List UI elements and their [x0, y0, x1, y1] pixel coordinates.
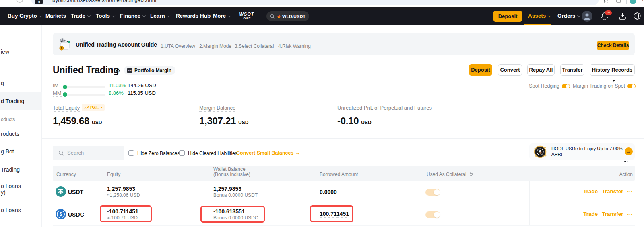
transfer-link[interactable]: Transfer [602, 188, 623, 194]
usde-promo-banner[interactable]: $ HODL USDe to Enjoy Up to 7.00%APR! → [529, 143, 635, 160]
sidebar-item-crypto-loans-new-line2[interactable]: y) [1, 189, 6, 196]
person-icon [582, 11, 592, 22]
globe-language-icon[interactable] [633, 12, 641, 20]
row-usdt-wallet: 1,257.9853 [213, 186, 242, 192]
guide-step-4[interactable]: 4.Risk Warning [278, 43, 311, 49]
more-actions-icon[interactable]: ··· [627, 211, 633, 217]
convert-small-balances-link[interactable]: Convert Small Balances → [236, 150, 300, 156]
sidebar-item-funding[interactable]: g [1, 80, 4, 86]
row-usdc-currency: USDC [68, 211, 84, 218]
guide-step-3[interactable]: 3.Select Collateral [235, 43, 274, 49]
user-avatar[interactable] [582, 11, 592, 22]
row-usdt-equity: 1,257.9853 [107, 186, 135, 192]
sidebar-item-crypto-loans[interactable]: o Loans [1, 207, 21, 213]
trade-link[interactable]: Trade [583, 211, 598, 217]
sidebar-item-unified-trading[interactable]: d Trading [1, 98, 24, 104]
mm-amount: 115.85 USD [128, 90, 156, 96]
nav-orders[interactable]: Orders [557, 7, 580, 25]
col-used-as-collateral[interactable]: Used As Collateral [427, 172, 474, 177]
promo-arrow-button[interactable]: → [625, 147, 633, 155]
hide-zero-balances-label[interactable]: Hide Zero Balances [137, 151, 180, 156]
chevron-down-icon [39, 14, 42, 17]
check-details-button[interactable]: Check Details [597, 41, 629, 50]
total-equity-label[interactable]: Total Equity [53, 105, 80, 112]
nav-finance[interactable]: Finance [120, 7, 145, 25]
chevron-down-icon [112, 14, 115, 17]
nav-buy-crypto[interactable]: Buy Crypto [8, 7, 42, 25]
transfer-link[interactable]: Transfer [602, 211, 623, 217]
im-label: IM [53, 82, 58, 89]
uta-guide-banner: 8 $ Unified Trading Account Guide 1.UTA … [53, 33, 635, 55]
row-usdt-collateral-toggle[interactable] [425, 189, 440, 196]
spot-hedging-toggle[interactable] [562, 84, 570, 88]
nav-learn[interactable]: Learn [150, 7, 170, 25]
browser-divider [626, 0, 627, 4]
margin-trading-on-spot-label: Margin Trading on Spot [573, 83, 625, 90]
download-app-icon[interactable] [619, 12, 626, 20]
bookmark-star-icon[interactable] [603, 0, 609, 3]
im-progress-dot [63, 85, 67, 89]
nav-deposit-button[interactable]: Deposit [493, 11, 522, 22]
nav-trade[interactable]: Trade [71, 7, 90, 25]
collateral-filter-icon[interactable] [469, 172, 474, 176]
col-currency: Currency [56, 172, 76, 177]
row-usdc-collateral-toggle[interactable] [425, 211, 440, 218]
nav-tools[interactable]: Tools [96, 7, 115, 25]
convert-button[interactable]: Convert [498, 64, 522, 76]
sidebar-item-copy-trading[interactable]: Trading [1, 166, 20, 173]
nav-assets[interactable]: Assets [528, 7, 551, 25]
hide-zero-balances-checkbox[interactable] [128, 150, 134, 156]
url-text[interactable]: bybit.com/user/assets/home/tradingaccoun… [52, 0, 157, 3]
row-divider [53, 225, 635, 226]
col-borrowed-amount[interactable]: Borrowed Amount [320, 172, 358, 177]
col-action: Action [619, 172, 633, 177]
chevron-down-icon [577, 14, 580, 17]
usdt-coin-icon [56, 186, 66, 197]
unrealized-pnl-label: Unrealized PnL of Perpetual and Futures [337, 105, 432, 111]
pnl-arrow-icon [101, 106, 102, 109]
usdc-coin-icon: $ [56, 209, 66, 219]
nav-markets[interactable]: Markets [45, 7, 66, 25]
margin-trading-on-spot-toggle[interactable] [627, 84, 636, 88]
wsot-2025-logo[interactable]: WSOT2025 [237, 12, 256, 20]
browser-profile-avatar[interactable] [630, 0, 636, 4]
browser-menu-icon[interactable]: ⋮ [641, 0, 644, 3]
sidebar-item-trading-bot[interactable]: g Bot [1, 148, 14, 155]
repay-all-button[interactable]: Repay All [527, 64, 555, 76]
pnl-badge[interactable]: P&L [82, 104, 105, 111]
flame-icon [277, 14, 281, 19]
browser-toolbar: -8 bybit.com/user/assets/home/tradingacc… [0, 0, 644, 7]
guide-step-2[interactable]: 2.Margin Mode [199, 43, 231, 49]
browser-extension-icon[interactable] [616, 0, 621, 3]
margin-balance-label[interactable]: Margin Balance [199, 105, 235, 112]
hide-cleared-liabilities-label[interactable]: Hide Cleared Liabilities [188, 151, 237, 156]
visibility-eye-icon[interactable] [114, 68, 120, 73]
sidebar-item-crypto-loans-new[interactable]: o Loans [1, 183, 21, 189]
search-pair-text: WLD/USDT [282, 14, 305, 19]
sidebar-item-products[interactable]: roducts [1, 131, 19, 137]
history-records-button[interactable]: History Records [590, 64, 635, 76]
top-nav: Buy Crypto Markets Trade Tools Finance L… [0, 7, 644, 25]
hide-cleared-liabilities-checkbox[interactable] [179, 150, 185, 156]
trade-link[interactable]: Trade [583, 188, 598, 194]
sidebar-item-overview[interactable]: iew [1, 49, 9, 55]
page: -8 bybit.com/user/assets/home/tradingacc… [0, 0, 644, 227]
nav-search[interactable]: WLD/USDT [266, 11, 309, 21]
col-wallet-balance[interactable]: Wallet Balance(Bonus Inclusive) [213, 167, 250, 177]
transfer-button[interactable]: Transfer [560, 64, 584, 76]
search-icon [270, 14, 275, 19]
margin-balance-value: 1,307.21USD [199, 115, 248, 127]
nav-more[interactable]: More [213, 7, 231, 25]
annotation-box-wallet [200, 206, 265, 223]
section-divider [42, 138, 644, 139]
guide-step-1[interactable]: 1.UTA Overview [161, 43, 195, 49]
reload-icon[interactable] [16, 0, 23, 3]
more-actions-icon[interactable]: ··· [627, 188, 633, 194]
portfolio-margin-badge[interactable]: PM Portfolio Margin [124, 66, 175, 75]
deposit-button[interactable]: Deposit [469, 64, 492, 76]
caret-down-icon [612, 80, 615, 82]
col-equity[interactable]: Equity [107, 172, 120, 177]
row-usdt-currency: USDT [68, 189, 83, 195]
asset-search-input[interactable]: Search [53, 146, 124, 160]
nav-rewards-hub[interactable]: Rewards Hub [176, 7, 211, 25]
